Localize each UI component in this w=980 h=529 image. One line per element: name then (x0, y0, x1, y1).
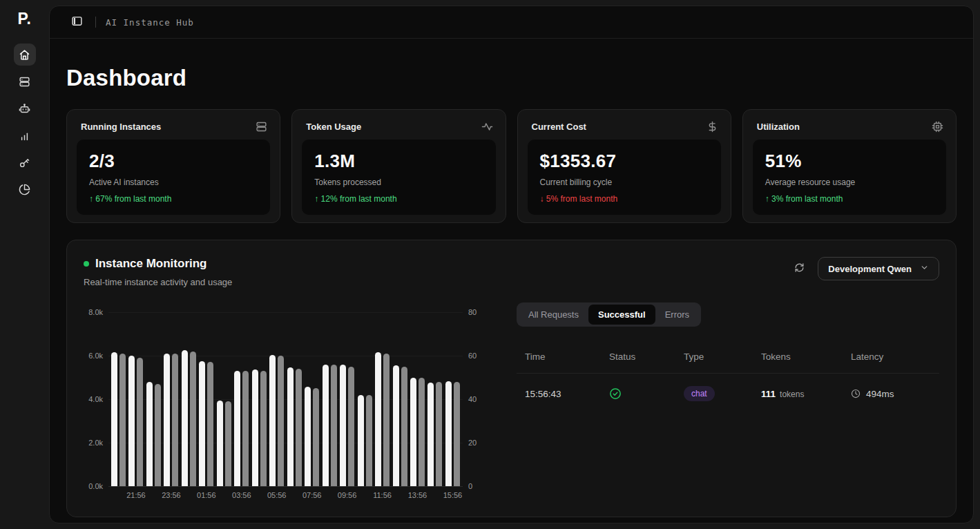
tokens-bar (287, 367, 294, 486)
bar-group[interactable]: 21:56 (128, 312, 143, 486)
bar-group[interactable]: 07:56 (305, 312, 319, 486)
key-icon (19, 157, 30, 169)
sidebar-item-home[interactable] (14, 44, 36, 66)
requests-bar (454, 382, 460, 486)
page-title: Dashboard (66, 65, 957, 91)
stat-cards-row: Running Instances2/3Active AI instances↑… (66, 109, 957, 223)
requests-bar (401, 367, 407, 486)
instance-monitoring-card: Instance Monitoring Real-time instance a… (66, 240, 957, 517)
requests-bar (331, 365, 337, 486)
requests-bar (190, 352, 196, 486)
column-header-time: Time (525, 352, 609, 362)
sidebar-item-api-keys[interactable] (14, 151, 36, 173)
pie-chart-icon (19, 184, 30, 195)
monitoring-subtitle: Real-time instance activity and usage (84, 277, 232, 287)
sidebar-item-analytics[interactable] (14, 124, 36, 146)
tab-errors[interactable]: Errors (655, 305, 699, 325)
tab-all-requests[interactable]: All Requests (519, 305, 588, 325)
refresh-button[interactable] (791, 261, 807, 276)
requests-bar (242, 371, 249, 486)
bar-group[interactable] (358, 312, 372, 486)
sidebar-item-usage[interactable] (14, 178, 36, 200)
chart-bars: 21:5623:5601:5603:5605:5607:5609:5611:56… (108, 312, 463, 486)
stat-card-value: 51% (765, 151, 934, 172)
sidebar-toggle-button[interactable] (68, 13, 86, 31)
bar-group[interactable] (146, 312, 161, 486)
tokens-bar (199, 361, 205, 486)
requests-bar (348, 367, 354, 486)
stat-card-delta: ↑ 67% from last month (89, 194, 258, 204)
bar-group[interactable] (111, 312, 126, 486)
tokens-bar (269, 355, 276, 486)
sidebar-item-instances[interactable] (14, 70, 36, 93)
requests-bar (172, 354, 178, 486)
x-axis-tick: 07:56 (302, 491, 322, 499)
stat-card-title: Current Cost (532, 122, 586, 132)
tokens-bar (358, 395, 364, 486)
type-badge: chat (684, 386, 715, 401)
bar-group[interactable]: 11:56 (375, 312, 390, 486)
bar-group[interactable] (393, 312, 407, 486)
requests-bar (155, 384, 161, 486)
cell-time: 15:56:43 (525, 389, 609, 399)
sidebar-item-agents[interactable] (14, 97, 36, 119)
dollar-icon (707, 121, 718, 133)
tokens-bar (164, 354, 170, 486)
tokens-value: 111 (761, 389, 776, 399)
bar-chart-icon (19, 130, 30, 142)
stat-card-body: 1.3MTokens processed↑ 12% from last mont… (302, 140, 495, 215)
requests-table-header: TimeStatusTypeTokensLatency (517, 345, 939, 374)
bot-icon (19, 103, 30, 115)
column-header-latency: Latency (851, 352, 931, 362)
right-axis-tick: 80 (468, 308, 477, 316)
request-filter-tabs: All RequestsSuccessfulErrors (517, 302, 701, 327)
gridline (108, 486, 463, 487)
requests-bar (278, 356, 284, 486)
stat-card-value: 2/3 (89, 151, 258, 172)
bar-group[interactable]: 23:56 (164, 312, 178, 486)
tab-successful[interactable]: Successful (588, 305, 655, 325)
monitoring-title: Instance Monitoring (95, 257, 207, 271)
tokens-bar (445, 381, 452, 486)
clock-icon (851, 389, 861, 398)
check-circle-icon (609, 387, 622, 400)
table-row[interactable]: 15:56:43chat111tokens494ms (517, 374, 939, 414)
bar-group[interactable]: 13:56 (410, 312, 425, 486)
panel-left-icon (71, 15, 83, 30)
bar-group[interactable]: 05:56 (269, 312, 284, 486)
tokens-bar (217, 401, 223, 486)
cell-tokens: 111tokens (761, 389, 851, 399)
tokens-bar (182, 350, 188, 487)
bar-group[interactable] (287, 312, 302, 486)
bar-group[interactable] (182, 312, 196, 486)
stat-card-token-usage: Token Usage1.3MTokens processed↑ 12% fro… (291, 109, 506, 223)
bar-group[interactable] (217, 312, 231, 486)
usage-chart: 8.0k6.0k4.0k2.0k0.0k 21:5623:5601:5603:5… (84, 302, 481, 486)
requests-bar (225, 401, 231, 486)
chart-right-axis: 806040200 (463, 312, 481, 486)
stat-card-body: 2/3Active AI instances↑ 67% from last mo… (77, 140, 270, 215)
cell-type: chat (684, 386, 761, 401)
bar-group[interactable] (323, 312, 337, 486)
x-axis-tick: 13:56 (408, 491, 427, 499)
live-status-dot (84, 261, 89, 267)
cell-latency: 494ms (851, 389, 931, 399)
bar-group[interactable] (252, 312, 267, 486)
activity-icon (481, 121, 493, 133)
left-axis-tick: 0.0k (88, 482, 103, 490)
stat-card-delta: ↓ 5% from last month (540, 194, 709, 204)
instance-select[interactable]: Development Qwen (818, 257, 939, 280)
bar-group[interactable]: 15:56 (445, 312, 460, 486)
bar-group[interactable]: 01:56 (199, 312, 213, 486)
stat-card-title: Token Usage (306, 122, 361, 132)
stat-card-delta: ↑ 3% from last month (765, 194, 934, 204)
stat-card-value: $1353.67 (540, 151, 709, 172)
bar-group[interactable] (427, 312, 442, 486)
x-axis-tick: 05:56 (267, 491, 287, 499)
bar-group[interactable]: 03:56 (234, 312, 249, 486)
bar-group[interactable]: 09:56 (340, 312, 354, 486)
tokens-bar (252, 369, 258, 486)
x-axis-tick: 01:56 (197, 491, 216, 499)
x-axis-tick: 23:56 (162, 491, 181, 499)
instance-select-value: Development Qwen (828, 264, 912, 274)
